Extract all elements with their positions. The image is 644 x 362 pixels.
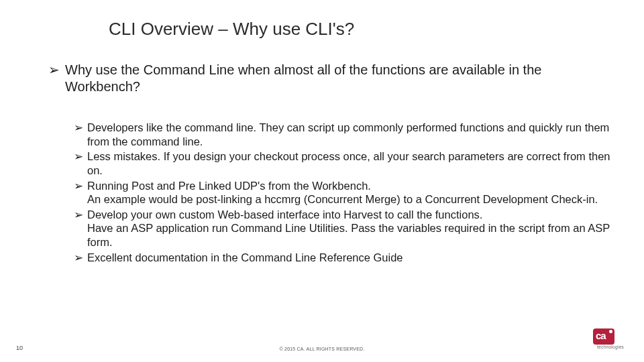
slide: CLI Overview – Why use CLI's? ➢ Why use … (0, 0, 644, 362)
sub-bullet-list: ➢ Developers like the command line. They… (74, 121, 628, 265)
list-item: ➢ Develop your own custom Web-based inte… (74, 208, 628, 249)
ca-logo-subtext: technologies (597, 345, 624, 349)
list-item-text: Excellent documentation in the Command L… (87, 251, 403, 265)
slide-title: CLI Overview – Why use CLI's? (109, 19, 354, 40)
bullet-arrow-icon: ➢ (48, 62, 60, 95)
list-item: ➢ Less mistakes. If you design your chec… (74, 149, 628, 177)
page-number: 10 (16, 345, 23, 351)
ca-logo: ca technologies (593, 328, 629, 349)
list-item-text: Develop your own custom Web-based interf… (87, 208, 628, 249)
ca-logo-text: ca (596, 330, 606, 341)
bullet-arrow-icon: ➢ (74, 121, 83, 148)
copyright-text: © 2015 CA. ALL RIGHTS RESERVED. (280, 347, 365, 351)
main-bullet: ➢ Why use the Command Line when almost a… (48, 62, 617, 95)
main-bullet-text: Why use the Command Line when almost all… (65, 62, 617, 95)
ca-badge-icon: ca (593, 328, 614, 345)
footer: 10 © 2015 CA. ALL RIGHTS RESERVED. ca te… (0, 335, 644, 351)
ca-dot-icon (609, 330, 612, 333)
bullet-arrow-icon: ➢ (74, 251, 83, 265)
list-item: ➢ Excellent documentation in the Command… (74, 251, 628, 265)
list-item-text: Developers like the command line. They c… (87, 121, 628, 148)
list-item: ➢ Running Post and Pre Linked UDP's from… (74, 179, 628, 206)
list-item-text: Running Post and Pre Linked UDP's from t… (87, 179, 598, 206)
bullet-arrow-icon: ➢ (74, 179, 83, 206)
list-item: ➢ Developers like the command line. They… (74, 121, 628, 148)
bullet-arrow-icon: ➢ (74, 149, 83, 177)
list-item-text: Less mistakes. If you design your checko… (87, 149, 628, 177)
bullet-arrow-icon: ➢ (74, 208, 83, 249)
